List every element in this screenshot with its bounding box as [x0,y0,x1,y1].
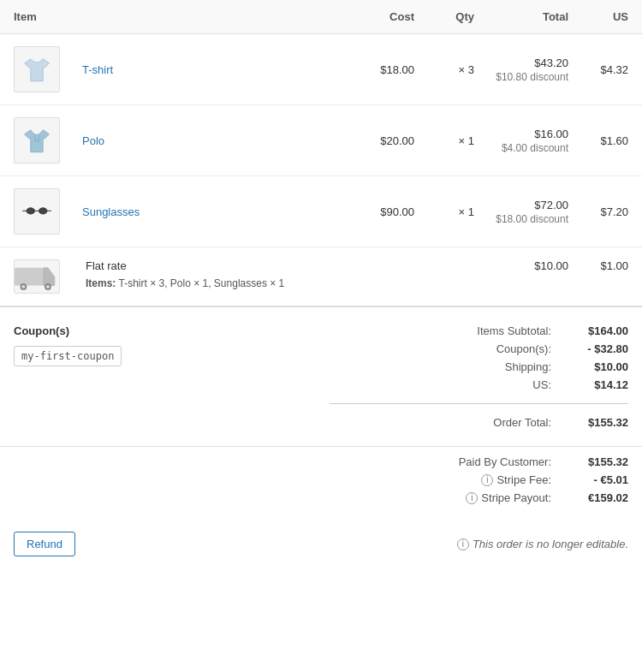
item-total-2: $72.00 $18.00 discount [474,199,568,225]
shipping-name: Flat rate [86,259,337,272]
svg-rect-2 [15,268,44,286]
item-us-1: $1.60 [568,134,628,147]
us-total-label: US: [414,378,551,391]
item-link-2[interactable]: Sunglasses [82,205,140,218]
us-total-row: US: $14.12 [330,378,628,391]
item-total-main-1: $16.00 [474,128,568,140]
item-total-main-0: $43.20 [474,56,568,69]
item-cost-0: $18.00 [337,63,414,76]
paid-row: Paid By Customer: $155.32 [414,455,628,468]
shipping-total-label: Shipping: [414,360,551,373]
item-discount-2: $18.00 discount [474,213,568,225]
svg-point-1 [39,208,47,214]
shipping-row: Flat rate Items: T-shirt × 3, Polo × 1, … [0,247,642,307]
table-row: Polo $20.00 × 1 $16.00 $4.00 discount $1… [0,105,642,176]
stripe-fee-value: - €5.01 [551,473,628,486]
order-total-row: Order Total: $155.32 [330,416,628,429]
not-editable-icon: i [457,538,469,550]
stripe-fee-row: i Stripe Fee: - €5.01 [414,473,628,486]
shipping-icon [14,259,60,294]
totals-col: Items Subtotal: $164.00 Coupon(s): - $32… [330,324,628,429]
stripe-payout-label: i Stripe Payout: [414,491,551,504]
stripe-payout-row: i Stripe Payout: €159.02 [414,491,628,504]
coupons-col: Coupon(s) my-first-coupon [14,324,312,429]
col-cost-header: Cost [337,10,414,23]
table-row: Sunglasses $90.00 × 1 $72.00 $18.00 disc… [0,176,642,247]
coupons-row: Coupon(s): - $32.80 [330,342,628,355]
item-qty-1: × 1 [414,134,474,147]
not-editable-notice: i This order is no longer editable. [457,538,628,550]
col-us-header: US [568,10,628,23]
coupons-total-value: - $32.80 [551,342,628,355]
not-editable-text: This order is no longer editable. [473,538,628,550]
item-total-0: $43.20 $10.80 discount [474,56,568,83]
item-us-0: $4.32 [568,63,628,76]
order-total-label: Order Total: [414,416,551,429]
shipping-items-label: Items: [86,277,116,289]
order-total-value: $155.32 [551,416,628,429]
item-cost-2: $90.00 [337,205,414,218]
shipping-info: Flat rate Items: T-shirt × 3, Polo × 1, … [82,259,337,289]
subtotal-label: Items Subtotal: [414,324,551,337]
bottom-section: Coupon(s) my-first-coupon Items Subtotal… [0,307,642,447]
coupons-total-label: Coupon(s): [414,342,551,355]
paid-value: $155.32 [551,455,628,468]
stripe-payout-info-icon: i [466,492,478,504]
item-name-1: Polo [82,134,337,147]
us-total-value: $14.12 [551,378,628,391]
stripe-fee-info-icon: i [481,474,493,486]
stripe-fee-label: i Stripe Fee: [414,473,551,486]
item-image-0 [14,46,60,92]
subtotal-value: $164.00 [551,324,628,337]
refund-button[interactable]: Refund [14,532,75,556]
coupon-code: my-first-coupon [14,346,122,366]
table-header: Item Cost Qty Total US [0,0,642,34]
col-qty-header: Qty [414,10,474,23]
svg-marker-3 [44,268,55,286]
col-item-header: Item [14,10,82,23]
shipping-us: $1.00 [568,259,628,272]
item-us-2: $7.20 [568,205,628,218]
item-link-0[interactable]: T-shirt [82,63,113,76]
footer-section: Refund i This order is no longer editabl… [0,518,642,570]
shipping-items-list: T-shirt × 3, Polo × 1, Sunglasses × 1 [118,277,284,289]
item-qty-2: × 1 [414,205,474,218]
col-total-header: Total [474,10,568,23]
item-image-1 [14,117,60,164]
item-total-1: $16.00 $4.00 discount [474,128,568,154]
table-row: T-shirt $18.00 × 3 $43.20 $10.80 discoun… [0,34,642,105]
svg-point-7 [46,285,50,288]
item-discount-0: $10.80 discount [474,71,568,83]
item-qty-0: × 3 [414,63,474,76]
stripe-payout-value: €159.02 [551,491,628,504]
item-link-1[interactable]: Polo [82,134,104,147]
items-list: T-shirt $18.00 × 3 $43.20 $10.80 discoun… [0,34,642,247]
shipping-total: $10.00 [474,259,568,272]
item-name-2: Sunglasses [82,205,337,218]
item-total-main-2: $72.00 [474,199,568,211]
item-name-0: T-shirt [82,63,337,76]
col-item-spacer [82,10,337,23]
shipping-total-row: Shipping: $10.00 [330,360,628,373]
item-image-2 [14,188,60,235]
coupons-label: Coupon(s) [14,324,312,337]
shipping-total-value: $10.00 [551,360,628,373]
total-divider [330,403,628,404]
svg-point-5 [21,285,25,288]
item-cost-1: $20.00 [337,134,414,147]
item-discount-1: $4.00 discount [474,142,568,154]
subtotal-row: Items Subtotal: $164.00 [330,324,628,337]
extended-totals: Paid By Customer: $155.32 i Stripe Fee: … [0,447,642,518]
svg-point-0 [27,208,35,214]
shipping-items: Items: T-shirt × 3, Polo × 1, Sunglasses… [86,277,337,289]
paid-label: Paid By Customer: [414,455,551,468]
